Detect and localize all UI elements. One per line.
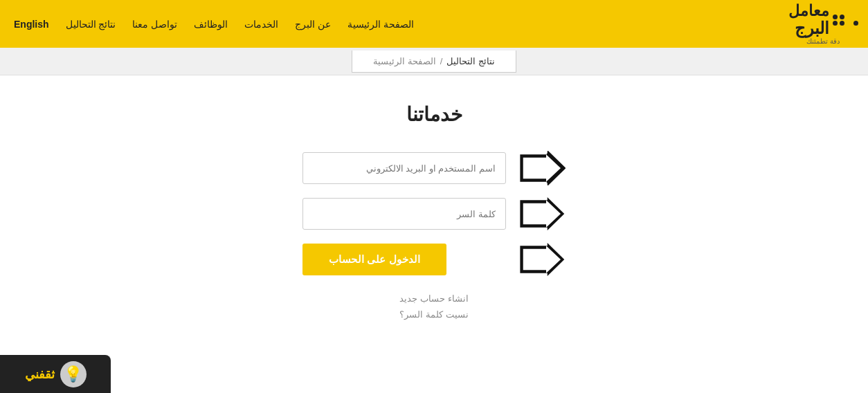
- svg-marker-10: [523, 246, 561, 273]
- username-row: [302, 151, 566, 185]
- links-area: انشاء حساب جديد نسيت كلمة السر؟: [302, 293, 566, 320]
- logo: معاملالبرج دقة تطمئنك: [792, 5, 854, 43]
- password-input[interactable]: [302, 198, 506, 230]
- nav-results[interactable]: نتائج التحاليل: [66, 19, 116, 30]
- arrow-password-icon: [517, 196, 566, 231]
- nav-contact[interactable]: تواصل معنا: [132, 19, 177, 30]
- arrow-login-icon: [517, 242, 566, 277]
- logo-subtitle: دقة تطمئنك: [806, 37, 840, 45]
- password-row: [302, 196, 566, 231]
- breadcrumb-home[interactable]: الصفحة الرئيسية: [373, 56, 436, 66]
- breadcrumb: نتائج التحاليل / الصفحة الرئيسية: [352, 51, 516, 73]
- nav-english[interactable]: English: [14, 19, 49, 30]
- login-button[interactable]: الدخول على الحساب: [302, 244, 446, 275]
- svg-marker-8: [523, 200, 561, 227]
- badge-icon: 💡: [60, 361, 87, 376]
- page-title: خدماتنا: [406, 103, 462, 126]
- login-row: الدخول على الحساب: [302, 242, 566, 277]
- username-input[interactable]: [302, 152, 506, 184]
- arrow-username-icon: [517, 151, 566, 185]
- header: معاملالبرج دقة تطمئنك English نتائج التح…: [0, 0, 868, 48]
- logo-area: معاملالبرج دقة تطمئنك: [792, 5, 854, 43]
- main-content: خدماتنا: [0, 75, 868, 375]
- logo-name: معاملالبرج: [788, 3, 829, 38]
- nav-about[interactable]: عن البرج: [295, 19, 331, 30]
- nav-jobs[interactable]: الوظائف: [194, 19, 228, 30]
- forgot-password-link[interactable]: نسيت كلمة السر؟: [399, 309, 468, 320]
- breadcrumb-current: نتائج التحاليل: [446, 56, 495, 66]
- breadcrumb-separator: /: [440, 56, 443, 66]
- breadcrumb-bar: نتائج التحاليل / الصفحة الرئيسية: [0, 48, 868, 75]
- badge-text: ثقفني: [25, 367, 55, 376]
- login-form: الدخول على الحساب انشاء حساب جديد نسيت ك…: [302, 151, 566, 320]
- tthagfny-badge: 💡 ثقفني: [0, 355, 111, 375]
- main-nav: English نتائج التحاليل تواصل معنا الوظائ…: [14, 19, 414, 30]
- nav-home[interactable]: الصفحة الرئيسية: [347, 19, 414, 30]
- nav-services[interactable]: الخدمات: [244, 19, 278, 30]
- register-link[interactable]: انشاء حساب جديد: [399, 293, 468, 304]
